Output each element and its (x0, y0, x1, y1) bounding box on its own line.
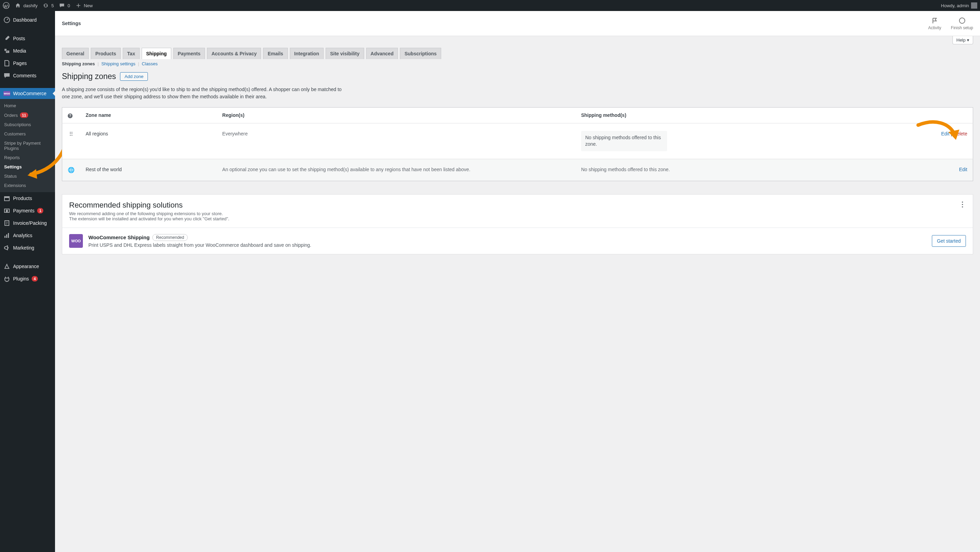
tab-subscriptions[interactable]: Subscriptions (400, 48, 441, 59)
submenu-item-label: Stripe by Payment Plugins (4, 141, 51, 151)
sidebar-item-pages[interactable]: Pages (0, 57, 55, 70)
tab-products[interactable]: Products (91, 48, 121, 59)
sidebar-item-products[interactable]: Products (0, 192, 55, 205)
finish-setup-button[interactable]: Finish setup (951, 16, 973, 30)
recommended-panel: Recommended shipping solutions We recomm… (62, 194, 973, 254)
get-started-button[interactable]: Get started (932, 235, 966, 247)
help-tab[interactable]: Help ▾ (953, 36, 973, 44)
admin-sidebar: Dashboard Posts Media Pages Comments woo… (0, 11, 55, 552)
sidebar-item-label: Pages (13, 60, 27, 66)
activity-button[interactable]: Activity (928, 16, 941, 30)
comments-link[interactable]: 0 (59, 2, 70, 9)
new-link[interactable]: New (75, 2, 93, 9)
svg-rect-9 (8, 233, 9, 238)
count-badge: 4 (32, 276, 38, 281)
subtab-classes[interactable]: Classes (142, 61, 158, 66)
tab-general[interactable]: General (62, 48, 89, 59)
submenu-item-customers[interactable]: Customers (0, 129, 55, 138)
sidebar-item-label: Invoice/Packing (13, 220, 47, 226)
edit-zone-link[interactable]: Edit (959, 167, 967, 172)
help-tooltip-icon[interactable]: ? (68, 113, 73, 118)
refresh-icon (42, 2, 49, 9)
plus-icon (75, 2, 82, 9)
tab-payments[interactable]: Payments (173, 48, 205, 59)
appearance-icon (3, 263, 10, 270)
submenu-item-subscriptions[interactable]: Subscriptions (0, 120, 55, 129)
site-link[interactable]: dashify (14, 2, 38, 9)
sidebar-item-marketing[interactable]: Marketing (0, 242, 55, 254)
sidebar-item-label: Payments (13, 208, 34, 213)
admin-bar: dashify 5 0 New Howdy, admin (0, 0, 980, 11)
sidebar-item-invoice[interactable]: Invoice/Packing (0, 217, 55, 229)
sidebar-item-analytics[interactable]: Analytics (0, 229, 55, 242)
sidebar-item-appearance[interactable]: Appearance (0, 260, 55, 273)
sidebar-item-dashboard[interactable]: Dashboard (0, 14, 55, 26)
sidebar-item-comments[interactable]: Comments (0, 70, 55, 82)
shipping-zones-heading: Shipping zones (62, 72, 116, 81)
sidebar-item-payments[interactable]: $ Payments 1 (0, 205, 55, 217)
activity-label: Activity (928, 25, 941, 30)
sidebar-item-plugins[interactable]: Plugins 4 (0, 273, 55, 285)
tab-accounts[interactable]: Accounts & Privacy (207, 48, 261, 59)
submenu-item-status[interactable]: Status (0, 171, 55, 181)
comment-icon (59, 2, 65, 9)
add-zone-button[interactable]: Add zone (120, 72, 148, 81)
tab-integration[interactable]: Integration (290, 48, 324, 59)
sidebar-item-media[interactable]: Media (0, 45, 55, 57)
delete-zone-link[interactable]: Delete (953, 131, 967, 136)
zone-methods-cell: No shipping methods offered to this zone… (576, 159, 865, 181)
sidebar-item-posts[interactable]: Posts (0, 32, 55, 45)
tab-emails[interactable]: Emails (263, 48, 288, 59)
submenu-item-label: Home (4, 103, 16, 108)
sidebar-item-label: Analytics (13, 233, 32, 238)
submenu-item-label: Settings (4, 164, 22, 170)
reco-line2: The extension will be installed and acti… (69, 216, 229, 221)
tab-advanced[interactable]: Advanced (366, 48, 398, 59)
shipping-subtabs: Shipping zones | Shipping settings | Cla… (55, 59, 980, 68)
svg-rect-3 (5, 197, 9, 198)
tab-visibility[interactable]: Site visibility (326, 48, 364, 59)
sidebar-item-label: Plugins (13, 276, 29, 281)
submenu-item-orders[interactable]: Orders11 (0, 110, 55, 120)
count-badge: 11 (20, 113, 28, 118)
globe-icon: 🌐 (68, 167, 75, 173)
submenu-item-reports[interactable]: Reports (0, 153, 55, 162)
zones-description: A shipping zone consists of the region(s… (62, 86, 344, 100)
edit-zone-link[interactable]: Edit (941, 131, 950, 136)
submenu-item-home[interactable]: Home (0, 101, 55, 110)
page-title: Settings (62, 21, 81, 26)
col-zone-name: Zone name (80, 108, 216, 124)
reco-description: Print USPS and DHL Express labels straig… (88, 242, 926, 248)
reco-title: WooCommerce Shipping (88, 235, 150, 240)
submenu-item-settings[interactable]: Settings (0, 162, 55, 171)
tab-tax[interactable]: Tax (123, 48, 140, 59)
wp-logo-link[interactable] (3, 2, 10, 9)
plugins-icon (3, 275, 10, 282)
submenu-item-label: Extensions (4, 183, 26, 188)
account-link[interactable]: Howdy, admin (941, 2, 977, 9)
avatar-icon (971, 2, 977, 9)
recommended-badge: Recommended (152, 234, 188, 241)
new-label: New (84, 3, 93, 8)
kebab-menu-icon[interactable]: ⋮ (959, 201, 966, 208)
tab-shipping[interactable]: Shipping (142, 48, 171, 59)
zone-regions-cell: Everywhere (216, 123, 576, 159)
chevron-down-icon: ▾ (967, 38, 969, 43)
col-regions: Region(s) (216, 108, 576, 124)
submenu-item-stripe[interactable]: Stripe by Payment Plugins (0, 138, 55, 153)
page-icon (3, 60, 10, 67)
subtab-settings[interactable]: Shipping settings (102, 61, 135, 66)
home-icon (14, 2, 21, 9)
dashboard-icon (3, 16, 10, 23)
comments-count: 0 (67, 3, 70, 8)
content-area: Settings Activity Finish setup Help ▾ Ge… (55, 11, 980, 552)
wordpress-icon (3, 2, 10, 9)
sidebar-item-woocommerce[interactable]: woo WooCommerce (0, 88, 55, 99)
drag-handle-icon[interactable]: ⠿ (69, 131, 73, 137)
subtab-zones[interactable]: Shipping zones (62, 61, 95, 66)
updates-link[interactable]: 5 (42, 2, 54, 9)
submenu-item-extensions[interactable]: Extensions (0, 181, 55, 190)
svg-rect-8 (6, 235, 7, 238)
howdy-text: Howdy, admin (941, 3, 969, 8)
site-name: dashify (23, 3, 38, 8)
